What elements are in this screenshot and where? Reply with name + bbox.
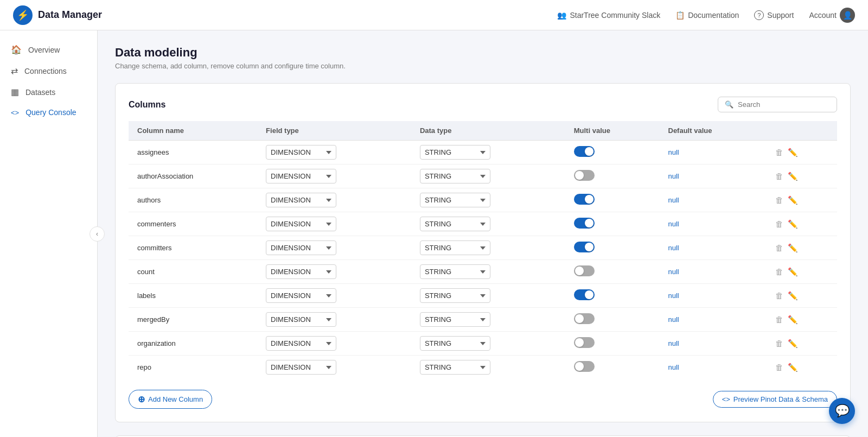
cell-field-type: DIMENSIONMETRICTIMEDATE_TIME [257,356,411,379]
columns-card-footer: ⊕ Add New Column <> Preview Pinot Data &… [129,390,837,409]
edit-icon[interactable]: ✏️ [788,339,798,349]
columns-table: Column name Field type Data type Multi v… [129,121,837,379]
field-type-select[interactable]: DIMENSIONMETRICTIMEDATE_TIME [266,240,336,255]
delete-icon[interactable]: 🗑 [775,363,783,372]
field-type-select[interactable]: DIMENSIONMETRICTIMEDATE_TIME [266,217,336,231]
search-icon: 🔍 [725,100,733,109]
data-type-select[interactable]: STRINGINTLONGFLOATDOUBLEBOOLEANTIMESTAMP… [420,145,490,160]
cell-actions: 🗑 ✏️ [767,284,837,308]
edit-icon[interactable]: ✏️ [788,172,798,181]
sidebar-collapse-toggle[interactable]: ‹ [90,226,105,242]
edit-icon[interactable]: ✏️ [788,148,798,157]
preview-pinot-data-button[interactable]: <> Preview Pinot Data & Schema [713,391,837,408]
table-row: authorsDIMENSIONMETRICTIMEDATE_TIMESTRIN… [129,188,837,212]
edit-icon[interactable]: ✏️ [788,243,798,253]
connections-icon: ⇄ [11,66,18,76]
cell-field-type: DIMENSIONMETRICTIMEDATE_TIME [257,164,411,188]
default-value-text: null [668,148,679,156]
sidebar-item-overview[interactable]: 🏠 Overview [0,39,97,60]
default-value-text: null [668,196,679,204]
delete-icon[interactable]: 🗑 [775,291,783,300]
field-type-select[interactable]: DIMENSIONMETRICTIMEDATE_TIME [266,145,336,160]
cell-default-value: null [660,188,767,212]
nav-slack[interactable]: 👥 StarTree Community Slack [557,11,660,20]
cell-data-type: STRINGINTLONGFLOATDOUBLEBOOLEANTIMESTAMP… [411,356,565,379]
cell-multi-value [565,284,660,308]
multi-value-toggle[interactable] [574,218,595,229]
delete-icon[interactable]: 🗑 [775,267,783,276]
data-type-select[interactable]: STRINGINTLONGFLOATDOUBLEBOOLEANTIMESTAMP… [420,336,490,351]
col-header-multi-value: Multi value [565,121,660,141]
multi-value-toggle[interactable] [574,242,595,252]
multi-value-toggle[interactable] [574,361,595,372]
delete-icon[interactable]: 🗑 [775,172,783,181]
cell-actions: 🗑 ✏️ [767,260,837,284]
field-type-select[interactable]: DIMENSIONMETRICTIMEDATE_TIME [266,169,336,183]
logo-text: Data Manager [38,9,102,21]
nav-support[interactable]: ? Support [754,10,794,20]
sidebar-item-datasets[interactable]: ▦ Datasets [0,81,97,103]
multi-value-toggle[interactable] [574,265,595,276]
col-header-data-type: Data type [411,121,565,141]
search-box[interactable]: 🔍 [718,97,837,112]
data-type-select[interactable]: STRINGINTLONGFLOATDOUBLEBOOLEANTIMESTAMP… [420,360,490,375]
field-type-select[interactable]: DIMENSIONMETRICTIMEDATE_TIME [266,312,336,327]
cell-default-value: null [660,236,767,260]
data-type-select[interactable]: STRINGINTLONGFLOATDOUBLEBOOLEANTIMESTAMP… [420,312,490,327]
data-type-select[interactable]: STRINGINTLONGFLOATDOUBLEBOOLEANTIMESTAMP… [420,169,490,183]
data-type-select[interactable]: STRINGINTLONGFLOATDOUBLEBOOLEANTIMESTAMP… [420,217,490,231]
nav-docs[interactable]: 📋 Documentation [675,11,739,20]
default-value-text: null [668,220,679,228]
search-input[interactable] [738,100,830,109]
cell-field-type: DIMENSIONMETRICTIMEDATE_TIME [257,308,411,332]
cell-field-type: DIMENSIONMETRICTIMEDATE_TIME [257,236,411,260]
edit-icon[interactable]: ✏️ [788,363,798,372]
col-header-actions [767,121,837,141]
edit-icon[interactable]: ✏️ [788,219,798,229]
field-type-select[interactable]: DIMENSIONMETRICTIMEDATE_TIME [266,264,336,279]
field-type-select[interactable]: DIMENSIONMETRICTIMEDATE_TIME [266,360,336,375]
field-type-select[interactable]: DIMENSIONMETRICTIMEDATE_TIME [266,288,336,303]
cell-actions: 🗑 ✏️ [767,332,837,356]
table-row: authorAssociationDIMENSIONMETRICTIMEDATE… [129,164,837,188]
cell-col-name: labels [129,284,257,308]
add-new-column-button[interactable]: ⊕ Add New Column [129,390,212,409]
edit-icon[interactable]: ✏️ [788,267,798,277]
delete-icon[interactable]: 🗑 [775,219,783,229]
delete-icon[interactable]: 🗑 [775,148,783,157]
cell-actions: 🗑 ✏️ [767,236,837,260]
field-type-select[interactable]: DIMENSIONMETRICTIMEDATE_TIME [266,193,336,207]
multi-value-toggle[interactable] [574,289,595,300]
sidebar-item-query-console[interactable]: <> Query Console [0,103,97,122]
slack-icon: 👥 [557,11,566,20]
data-type-select[interactable]: STRINGINTLONGFLOATDOUBLEBOOLEANTIMESTAMP… [420,193,490,207]
delete-icon[interactable]: 🗑 [775,315,783,324]
data-type-select[interactable]: STRINGINTLONGFLOATDOUBLEBOOLEANTIMESTAMP… [420,240,490,255]
multi-value-toggle[interactable] [574,170,595,181]
cell-multi-value [565,356,660,379]
multi-value-toggle[interactable] [574,194,595,205]
docs-icon: 📋 [675,11,685,20]
multi-value-toggle[interactable] [574,313,595,324]
nav-account[interactable]: Account 👤 [809,8,855,23]
data-type-select[interactable]: STRINGINTLONGFLOATDOUBLEBOOLEANTIMESTAMP… [420,264,490,279]
delete-icon[interactable]: 🗑 [775,243,783,252]
multi-value-toggle[interactable] [574,146,595,157]
field-type-select[interactable]: DIMENSIONMETRICTIMEDATE_TIME [266,336,336,351]
multi-value-toggle[interactable] [574,337,595,348]
delete-icon[interactable]: 🗑 [775,195,783,205]
default-value-text: null [668,172,679,180]
default-value-text: null [668,363,679,371]
chat-button[interactable]: 💬 [829,398,855,424]
data-type-select[interactable]: STRINGINTLONGFLOATDOUBLEBOOLEANTIMESTAMP… [420,288,490,303]
edit-icon[interactable]: ✏️ [788,291,798,301]
col-header-default-value: Default value [660,121,767,141]
cell-actions: 🗑 ✏️ [767,164,837,188]
delete-icon[interactable]: 🗑 [775,339,783,348]
cell-col-name: mergedBy [129,308,257,332]
cell-default-value: null [660,260,767,284]
sidebar-item-connections[interactable]: ⇄ Connections [0,60,97,81]
edit-icon[interactable]: ✏️ [788,195,798,205]
edit-icon[interactable]: ✏️ [788,315,798,325]
columns-card-title: Columns [129,100,165,110]
